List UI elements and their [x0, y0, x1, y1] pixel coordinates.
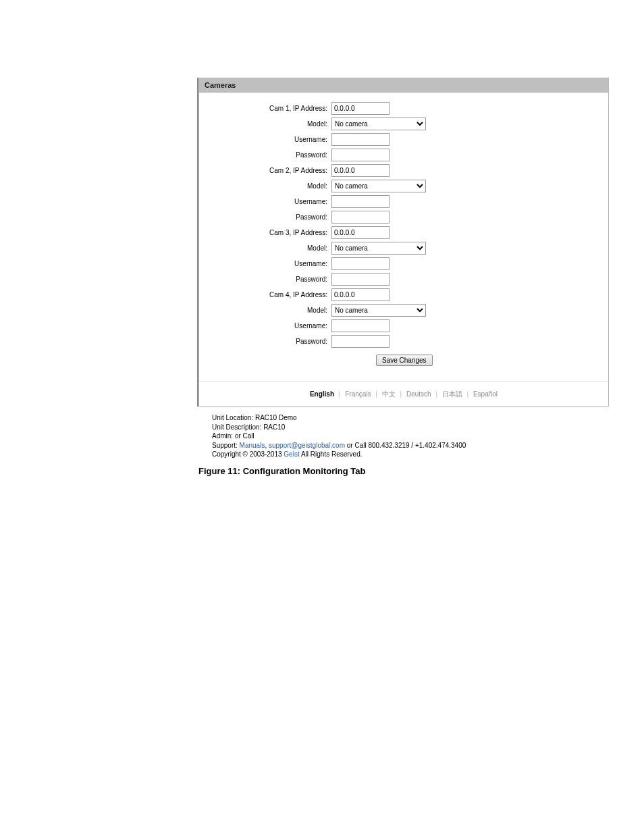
save-changes-button[interactable]: Save Changes: [376, 355, 433, 366]
cam1-user-label: Username:: [199, 136, 331, 143]
cam2-ip-label: Cam 2, IP Address:: [199, 167, 331, 174]
footer-admin: Admin: or Call: [212, 432, 621, 441]
lang-japanese[interactable]: 日本語: [442, 390, 462, 398]
cam4-user-input[interactable]: [331, 319, 390, 332]
geist-link[interactable]: Geist: [284, 450, 299, 458]
cam4-user-label: Username:: [199, 322, 331, 330]
footer-location: Unit Location: RAC10 Demo: [212, 413, 621, 423]
footer: Unit Location: RAC10 Demo Unit Descripti…: [198, 407, 621, 459]
language-bar: English | Français | 中文 | Deutsch | 日本語 …: [199, 381, 608, 406]
footer-support: Support: Manuals, support@geistglobal.co…: [212, 441, 621, 450]
cam4-model-label: Model:: [199, 307, 331, 314]
footer-description: Unit Description: RAC10: [212, 423, 621, 432]
cam3-model-select[interactable]: No camera: [331, 242, 426, 255]
cam2-model-label: Model:: [199, 182, 331, 190]
cam3-model-label: Model:: [199, 244, 331, 252]
cam1-model-select[interactable]: No camera: [331, 118, 426, 130]
figure-caption: Figure 11: Configuration Monitoring Tab: [198, 466, 644, 476]
lang-english[interactable]: English: [310, 390, 334, 398]
cam4-ip-label: Cam 4, IP Address:: [199, 291, 331, 298]
cam1-user-input[interactable]: [331, 133, 390, 146]
cam4-pass-label: Password:: [199, 338, 331, 345]
cam2-pass-label: Password:: [199, 213, 331, 221]
cameras-panel: Cameras Cam 1, IP Address: Model: No cam…: [198, 78, 609, 407]
lang-deutsch[interactable]: Deutsch: [406, 390, 431, 398]
cam1-ip-input[interactable]: [331, 102, 390, 115]
cam3-user-label: Username:: [199, 260, 331, 267]
cam1-pass-label: Password:: [199, 151, 331, 159]
cam1-model-label: Model:: [199, 120, 331, 128]
cam2-pass-input[interactable]: [331, 211, 390, 224]
cam3-pass-input[interactable]: [331, 273, 390, 286]
cam2-model-select[interactable]: No camera: [331, 180, 426, 192]
cam1-ip-label: Cam 1, IP Address:: [199, 105, 331, 112]
manuals-link[interactable]: Manuals: [240, 442, 265, 449]
cam2-user-input[interactable]: [331, 195, 390, 208]
panel-title: Cameras: [199, 78, 608, 93]
cam3-pass-label: Password:: [199, 276, 331, 283]
cam2-ip-input[interactable]: [331, 164, 390, 177]
lang-espanol[interactable]: Español: [473, 390, 498, 398]
footer-copyright: Copyright © 2003-2013 Geist All Rights R…: [212, 450, 621, 459]
cam4-model-select[interactable]: No camera: [331, 304, 426, 317]
lang-francais[interactable]: Français: [345, 390, 371, 398]
cam3-user-input[interactable]: [331, 257, 390, 270]
cam4-ip-input[interactable]: [331, 288, 390, 301]
form-body: Cam 1, IP Address: Model: No camera User…: [199, 93, 608, 375]
cam3-ip-label: Cam 3, IP Address:: [199, 229, 331, 236]
cam3-ip-input[interactable]: [331, 226, 390, 239]
cam2-user-label: Username:: [199, 198, 331, 205]
cam1-pass-input[interactable]: [331, 149, 390, 161]
cam4-pass-input[interactable]: [331, 335, 390, 348]
lang-chinese[interactable]: 中文: [382, 390, 396, 398]
support-email-link[interactable]: support@geistglobal.com: [269, 442, 345, 449]
